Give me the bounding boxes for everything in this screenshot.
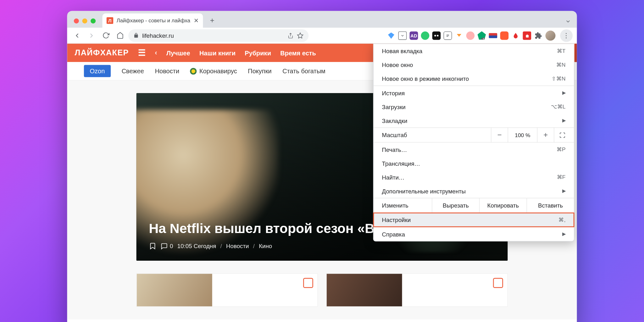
new-tab-button[interactable]: + (206, 15, 218, 26)
menu-label: Масштаб (382, 132, 491, 138)
toolbar: lifehacker.ru AD ⋮ (67, 28, 577, 44)
maximize-window-button[interactable] (91, 19, 96, 24)
subnav-covid[interactable]: Коронавирус (190, 68, 237, 75)
address-bar[interactable]: lifehacker.ru (128, 29, 308, 42)
menu-copy[interactable]: Копировать (480, 198, 527, 213)
menu-cast[interactable]: Трансляция… (374, 156, 574, 170)
hero-time: 10:05 Сегодня (177, 243, 216, 249)
extensions-puzzle-icon[interactable] (534, 31, 542, 40)
zoom-out-button[interactable]: − (491, 127, 508, 142)
menu-new-tab[interactable]: Новая вкладка⌘T (374, 44, 574, 58)
home-button[interactable] (114, 30, 126, 41)
menu-label: Новая вкладка (382, 47, 423, 54)
menu-help[interactable]: Справка▶ (374, 227, 574, 241)
subnav-covid-label: Коронавирус (199, 68, 237, 75)
hamburger-icon[interactable]: ☰ (138, 48, 146, 58)
ext-pocket-icon[interactable] (398, 31, 407, 40)
ext-ad-icon[interactable]: AD (410, 31, 418, 40)
submenu-arrow-icon: ▶ (562, 231, 566, 237)
ext-download-icon[interactable] (455, 31, 464, 40)
menu-history[interactable]: История▶ (374, 86, 574, 100)
hero-meta: 0 10:05 Сегодня / Новости / Кино (149, 242, 495, 250)
subnav-news[interactable]: Новости (155, 68, 179, 75)
minimize-window-button[interactable] (82, 19, 87, 24)
ext-gem-icon[interactable] (387, 31, 396, 40)
nav-item-books[interactable]: Наши книги (199, 49, 236, 57)
thumb-image (137, 274, 212, 306)
menu-bookmarks[interactable]: Закладки▶ (374, 114, 574, 127)
site-logo[interactable]: ЛАЙФХАКЕР (75, 48, 129, 57)
ext-dots-icon[interactable] (432, 31, 441, 40)
ext-thumbsdown-icon[interactable] (523, 31, 531, 40)
menu-shortcut: ⌘P (557, 146, 566, 153)
hero-cat-cinema[interactable]: Кино (259, 243, 272, 249)
menu-shortcut: ⇧⌘N (552, 75, 566, 82)
menu-label: Печать… (382, 146, 407, 153)
tab-title: Лайфхакер - советы и лайфха (117, 18, 190, 24)
ext-flag-icon[interactable] (489, 33, 497, 38)
bookmark-star-icon[interactable] (297, 32, 303, 39)
hero-cat-news[interactable]: Новости (226, 243, 249, 249)
thumb-corner-icon (493, 278, 503, 288)
forward-button[interactable] (86, 30, 97, 41)
ext-drop-icon[interactable] (512, 31, 520, 40)
nav-edge-accent (575, 44, 577, 62)
menu-shortcut: ⌘T (557, 48, 566, 54)
subnav-ozon-pill[interactable]: Ozon (84, 65, 111, 77)
article-card[interactable] (136, 273, 318, 307)
share-icon[interactable] (288, 32, 294, 38)
chrome-menu-button[interactable]: ⋮ (560, 29, 573, 42)
thumb-image (327, 274, 402, 306)
nav-item-rubrics[interactable]: Рубрики (245, 49, 271, 57)
menu-settings[interactable]: Настройки⌘, (374, 213, 574, 227)
menu-more-tools[interactable]: Дополнительные инструменты▶ (374, 184, 574, 198)
menu-zoom-row: Масштаб − 100 % + (374, 127, 574, 142)
menu-shortcut: ⌥⌘L (551, 103, 566, 110)
menu-cut[interactable]: Вырезать (432, 198, 480, 213)
svg-marker-6 (457, 34, 461, 36)
lock-icon (133, 33, 139, 38)
close-window-button[interactable] (74, 19, 79, 24)
submenu-arrow-icon: ▶ (562, 90, 566, 96)
menu-label: Новое окно в режиме инкогнито (382, 75, 469, 82)
comments-count[interactable]: 0 (161, 242, 173, 250)
profile-avatar[interactable] (545, 31, 555, 41)
tab-strip: Л Лайфхакер - советы и лайфха ✕ + (67, 11, 577, 28)
menu-label: История (382, 90, 405, 96)
menu-print[interactable]: Печать…⌘P (374, 142, 574, 156)
tab-close-icon[interactable]: ✕ (194, 17, 199, 24)
article-card[interactable] (326, 273, 508, 307)
menu-edit-row: Изменить Вырезать Копировать Вставить (374, 198, 574, 213)
nav-item-time[interactable]: Время есть (280, 49, 316, 57)
ext-orange-icon[interactable] (500, 31, 509, 40)
zoom-in-button[interactable]: + (537, 127, 554, 142)
ext-peach-icon[interactable] (466, 31, 475, 40)
tabs-dropdown-icon[interactable] (565, 19, 571, 25)
menu-new-window[interactable]: Новое окно⌘N (374, 58, 574, 72)
menu-find[interactable]: Найти…⌘F (374, 170, 574, 184)
reload-button[interactable] (100, 30, 112, 41)
menu-label: Настройки (382, 216, 411, 223)
bookmark-icon[interactable] (149, 242, 156, 250)
subnav-fresh[interactable]: Свежее (122, 68, 144, 75)
ext-note-icon[interactable] (444, 31, 452, 40)
nav-item-best[interactable]: Лучшее (166, 49, 190, 57)
menu-incognito[interactable]: Новое окно в режиме инкогнито⇧⌘N (374, 72, 574, 86)
browser-tab[interactable]: Л Лайфхакер - советы и лайфха ✕ (103, 14, 203, 28)
menu-downloads[interactable]: Загрузки⌥⌘L (374, 100, 574, 114)
menu-paste[interactable]: Вставить (527, 198, 574, 213)
chrome-menu: Новая вкладка⌘T Новое окно⌘N Новое окно … (373, 44, 575, 242)
menu-label: Справка (382, 231, 405, 237)
submenu-arrow-icon: ▶ (562, 188, 566, 194)
ext-green-icon[interactable] (421, 31, 430, 40)
menu-shortcut: ⌘, (558, 217, 565, 223)
subnav-shopping[interactable]: Покупки (248, 68, 271, 75)
subnav-rich[interactable]: Стать богатым (282, 68, 325, 75)
url-text: lifehacker.ru (142, 32, 174, 39)
back-button[interactable] (71, 30, 83, 41)
fullscreen-button[interactable] (554, 127, 570, 142)
nav-chevron-left-icon[interactable]: ‹ (155, 49, 157, 57)
menu-label: Найти… (382, 174, 405, 180)
virus-icon (190, 68, 197, 74)
ext-shield-icon[interactable] (478, 31, 486, 40)
